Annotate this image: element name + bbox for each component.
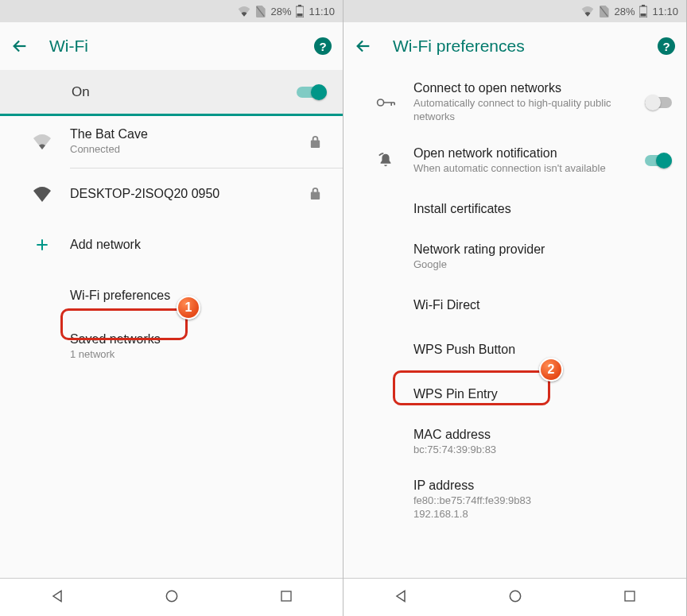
add-network-row[interactable]: Add network <box>0 219 343 270</box>
battery-icon <box>639 5 647 17</box>
no-sim-icon <box>255 6 266 17</box>
wps-push-button-row[interactable]: WPS Push Button <box>344 327 686 372</box>
sub: When automatic connection isn't availabl… <box>413 162 645 176</box>
clock: 11:10 <box>652 6 678 17</box>
svg-rect-2 <box>297 14 303 17</box>
saved-networks-label: Saved networks <box>70 332 328 347</box>
wifi-signal-icon <box>14 186 70 202</box>
clock: 11:10 <box>309 6 335 17</box>
plus-icon <box>14 237 70 253</box>
battery-pct: 28% <box>614 6 635 17</box>
wifi-signal-icon <box>14 134 70 149</box>
phone-left-wifi: 28% 11:10 Wi-Fi ? On The Bat Cave Connec… <box>0 0 344 616</box>
network-row[interactable]: The Bat Cave Connected <box>0 116 343 168</box>
open-net-switch[interactable] <box>645 95 672 110</box>
network-ssid: The Bat Cave <box>70 127 301 141</box>
saved-networks-row[interactable]: Saved networks 1 network <box>0 321 343 373</box>
status-bar: 28% 11:10 <box>0 0 343 22</box>
label: Install certificates <box>413 202 672 216</box>
wifi-status-icon <box>238 6 250 17</box>
wps-pin-entry-row[interactable]: WPS Pin Entry <box>344 372 686 416</box>
ip-address-row: IP address fe80::be75:74ff:fe39:9b83 192… <box>344 467 686 521</box>
toggle-label: On <box>72 84 297 100</box>
add-network-label: Add network <box>70 238 328 252</box>
nav-bar <box>344 578 686 616</box>
content: On The Bat Cave Connected DESKTOP-2ISOQ2… <box>0 70 343 578</box>
sub: bc:75:74:39:9b:83 <box>413 444 672 457</box>
network-row[interactable]: DESKTOP-2ISOQ20 0950 <box>0 169 343 219</box>
sub: Automatically connect to high-quality pu… <box>413 97 645 124</box>
label: Network rating provider <box>413 242 672 257</box>
battery-pct: 28% <box>270 6 291 17</box>
sub: Google <box>413 258 672 272</box>
key-icon <box>358 97 413 108</box>
install-certificates-row[interactable]: Install certificates <box>344 187 686 231</box>
svg-point-8 <box>378 99 384 106</box>
sub: fe80::be75:74ff:fe39:9b83 192.168.1.8 <box>413 494 672 521</box>
label: WPS Pin Entry <box>413 387 672 401</box>
help-button[interactable]: ? <box>314 37 332 55</box>
saved-networks-count: 1 network <box>70 348 328 362</box>
svg-rect-10 <box>625 591 635 601</box>
wifi-status-icon <box>581 6 594 17</box>
page-title: Wi-Fi preferences <box>393 37 637 56</box>
content: Connect to open networks Automatically c… <box>344 70 686 578</box>
app-bar: Wi-Fi ? <box>0 22 343 70</box>
network-ssid: DESKTOP-2ISOQ20 0950 <box>70 187 301 201</box>
mac-address-row: MAC address bc:75:74:39:9b:83 <box>344 416 686 468</box>
back-button[interactable] <box>11 37 29 55</box>
wifi-direct-row[interactable]: Wi-Fi Direct <box>344 283 686 327</box>
nav-home[interactable] <box>164 588 180 607</box>
label: Open network notification <box>413 146 645 161</box>
wifi-master-switch[interactable] <box>297 84 327 100</box>
lock-icon <box>301 187 328 200</box>
svg-rect-6 <box>642 5 645 6</box>
nav-recents[interactable] <box>623 589 637 606</box>
nav-bar <box>0 578 343 616</box>
help-button[interactable]: ? <box>658 37 675 55</box>
wifi-master-toggle-row[interactable]: On <box>0 70 343 116</box>
label: Connect to open networks <box>413 81 645 95</box>
wifi-preferences-row[interactable]: Wi-Fi preferences <box>0 270 343 321</box>
notif-switch[interactable] <box>645 153 672 169</box>
label: Wi-Fi Direct <box>413 298 672 312</box>
nav-recents[interactable] <box>279 589 293 606</box>
bell-wifi-icon <box>358 152 413 169</box>
label: WPS Push Button <box>413 343 672 357</box>
lock-icon <box>301 135 328 149</box>
svg-rect-4 <box>281 591 291 601</box>
app-bar: Wi-Fi preferences ? <box>344 22 686 70</box>
battery-icon <box>296 5 304 17</box>
label: MAC address <box>413 428 672 442</box>
no-sim-icon <box>599 6 609 17</box>
nav-back[interactable] <box>393 588 409 607</box>
label: IP address <box>413 478 672 493</box>
page-title: Wi-Fi <box>49 37 293 56</box>
svg-point-3 <box>167 591 177 601</box>
svg-rect-7 <box>641 14 646 17</box>
wifi-preferences-label: Wi-Fi preferences <box>70 289 328 303</box>
nav-back[interactable] <box>49 588 65 607</box>
status-bar: 28% 11:10 <box>344 0 686 22</box>
connect-open-networks-row[interactable]: Connect to open networks Automatically c… <box>344 70 686 135</box>
svg-rect-1 <box>298 5 301 6</box>
back-button[interactable] <box>355 37 372 55</box>
phone-right-wifi-prefs: 28% 11:10 Wi-Fi preferences ? Connect to… <box>344 0 687 616</box>
nav-home[interactable] <box>507 588 523 607</box>
network-status: Connected <box>70 143 301 157</box>
open-network-notification-row[interactable]: Open network notification When automatic… <box>344 135 686 187</box>
network-rating-provider-row[interactable]: Network rating provider Google <box>344 231 686 283</box>
svg-point-9 <box>510 591 521 601</box>
